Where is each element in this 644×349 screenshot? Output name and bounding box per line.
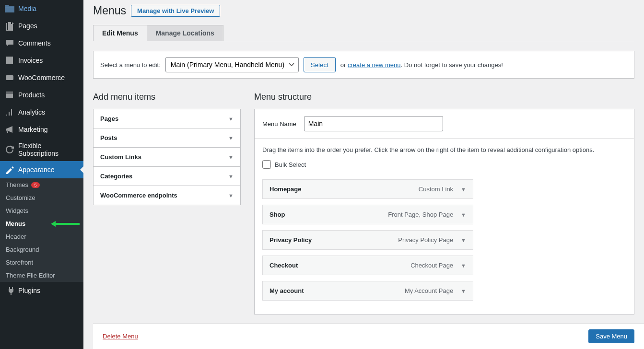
sidebar-item-plugins[interactable]: Plugins: [0, 282, 83, 299]
menu-item-label: Checkout: [269, 262, 298, 269]
add-items-title: Add menu items: [93, 92, 241, 102]
svg-rect-0: [6, 75, 13, 80]
save-menu-button[interactable]: Save Menu: [588, 329, 634, 343]
sidebar-label: Analytics: [18, 108, 45, 116]
menu-structure-item[interactable]: CheckoutCheckout Page▼: [262, 256, 473, 275]
sidebar-item-comments[interactable]: Comments: [0, 35, 83, 52]
menu-select[interactable]: Main (Primary Menu, Handheld Menu): [165, 57, 299, 72]
sidebar-label: Media: [18, 5, 36, 12]
sidebar-item-products[interactable]: Products: [0, 86, 83, 104]
sidebar-label: Invoices: [18, 57, 43, 64]
accordion-categories[interactable]: Categories▼: [94, 167, 240, 186]
caret-icon[interactable]: ▼: [461, 263, 466, 268]
submenu-widgets[interactable]: Widgets: [0, 204, 83, 217]
sidebar-item-flexible-subscriptions[interactable]: Flexible Subscriptions: [0, 138, 83, 161]
select-menu-label: Select a menu to edit:: [100, 61, 161, 69]
submenu-themes[interactable]: Themes 5: [0, 178, 83, 191]
tab-edit-menus[interactable]: Edit Menus: [93, 25, 147, 41]
sidebar-label: Plugins: [18, 287, 40, 294]
accordion-custom-links[interactable]: Custom Links▼: [94, 148, 240, 166]
analytics-icon: [5, 107, 14, 117]
select-trailing-text: or create a new menu. Do not forget to s…: [340, 61, 503, 69]
menu-item-type: Front Page, Shop Page: [388, 211, 453, 218]
main-content: Menus Manage with Live Preview Edit Menu…: [83, 0, 644, 349]
submenu-header[interactable]: Header: [0, 230, 83, 243]
footer-bar: Delete Menu Save Menu: [93, 323, 644, 349]
themes-badge: 5: [31, 182, 40, 188]
accordion-posts[interactable]: Posts▼: [94, 128, 240, 147]
tab-manage-locations[interactable]: Manage Locations: [147, 25, 223, 41]
menu-structure-item[interactable]: Privacy PolicyPrivacy Policy Page▼: [262, 230, 473, 250]
pages-icon: [5, 21, 14, 31]
sidebar-label: Marketing: [18, 126, 47, 133]
menu-item-type: Privacy Policy Page: [398, 236, 453, 244]
add-items-accordion: Pages▼ Posts▼ Custom Links▼ Categories▼ …: [93, 109, 241, 205]
appearance-icon: [5, 165, 14, 174]
menu-structure-title: Menu structure: [254, 92, 634, 102]
menu-panel: Menu Name Drag the items into the order …: [254, 109, 634, 314]
menu-instructions: Drag the items into the order you prefer…: [262, 146, 626, 153]
sidebar-item-appearance[interactable]: Appearance: [0, 161, 83, 178]
accordion-pages[interactable]: Pages▼: [94, 109, 240, 128]
submenu-theme-file-editor[interactable]: Theme File Editor: [0, 269, 83, 282]
live-preview-button[interactable]: Manage with Live Preview: [131, 5, 220, 17]
caret-icon: ▼: [228, 154, 234, 160]
woocommerce-icon: [5, 73, 14, 82]
sidebar-item-analytics[interactable]: Analytics: [0, 104, 83, 121]
submenu-storefront[interactable]: Storefront: [0, 256, 83, 269]
menu-structure-item[interactable]: HomepageCustom Link▼: [262, 179, 473, 199]
create-menu-link[interactable]: create a new menu: [348, 61, 401, 69]
caret-icon[interactable]: ▼: [461, 288, 466, 294]
menu-items-list: HomepageCustom Link▼ShopFront Page, Shop…: [262, 179, 626, 301]
submenu-customize[interactable]: Customize: [0, 191, 83, 204]
accordion-woo-endpoints[interactable]: WooCommerce endpoints▼: [94, 186, 240, 205]
admin-sidebar: Media Pages Comments Invoices WooCommerc…: [0, 0, 83, 349]
tabs: Edit Menus Manage Locations: [93, 25, 634, 41]
caret-icon: ▼: [228, 193, 234, 198]
subscriptions-icon: [5, 145, 14, 154]
sidebar-label: Appearance: [18, 166, 55, 174]
sidebar-label: Products: [18, 91, 45, 99]
menu-item-label: Shop: [269, 211, 285, 218]
caret-icon[interactable]: ▼: [461, 212, 466, 218]
delete-menu-link[interactable]: Delete Menu: [103, 333, 138, 340]
select-menu-panel: Select a menu to edit: Main (Primary Men…: [93, 51, 634, 79]
menu-item-type: My Account Page: [405, 287, 453, 294]
page-title: Menus: [93, 4, 126, 17]
comments-icon: [5, 38, 14, 48]
bulk-select-label: Bulk Select: [275, 161, 306, 168]
menu-item-label: Privacy Policy: [269, 236, 312, 244]
menu-item-type: Custom Link: [419, 186, 453, 193]
sidebar-item-pages[interactable]: Pages: [0, 17, 83, 35]
sidebar-item-media[interactable]: Media: [0, 0, 83, 17]
sidebar-label: WooCommerce: [18, 74, 65, 81]
caret-icon[interactable]: ▼: [461, 237, 466, 243]
caret-icon: ▼: [228, 116, 234, 122]
sidebar-label: Comments: [18, 39, 51, 47]
media-icon: [5, 4, 14, 13]
caret-icon: ▼: [228, 135, 234, 141]
sidebar-item-marketing[interactable]: Marketing: [0, 121, 83, 138]
submenu-menus[interactable]: Menus: [0, 217, 83, 230]
sidebar-item-invoices[interactable]: Invoices: [0, 52, 83, 69]
menu-structure-item[interactable]: My accountMy Account Page▼: [262, 281, 473, 301]
menu-structure-item[interactable]: ShopFront Page, Shop Page▼: [262, 205, 473, 224]
marketing-icon: [5, 125, 14, 134]
sidebar-item-woocommerce[interactable]: WooCommerce: [0, 69, 83, 86]
bulk-select-checkbox[interactable]: [262, 160, 271, 169]
invoices-icon: [5, 56, 14, 65]
submenu-label: Themes: [6, 181, 28, 188]
menu-item-type: Checkout Page: [410, 262, 453, 269]
submenu-background[interactable]: Background: [0, 243, 83, 256]
sidebar-label: Pages: [18, 22, 37, 30]
caret-icon: ▼: [228, 174, 234, 179]
plugins-icon: [5, 286, 14, 295]
arrow-indicator-icon: [51, 218, 80, 229]
caret-icon[interactable]: ▼: [461, 186, 466, 192]
menu-item-label: Homepage: [269, 186, 301, 193]
menu-name-label: Menu Name: [262, 120, 296, 128]
sidebar-label: Flexible Subscriptions: [18, 142, 79, 157]
products-icon: [5, 90, 14, 100]
select-button[interactable]: Select: [304, 57, 336, 72]
menu-name-input[interactable]: [304, 116, 443, 131]
